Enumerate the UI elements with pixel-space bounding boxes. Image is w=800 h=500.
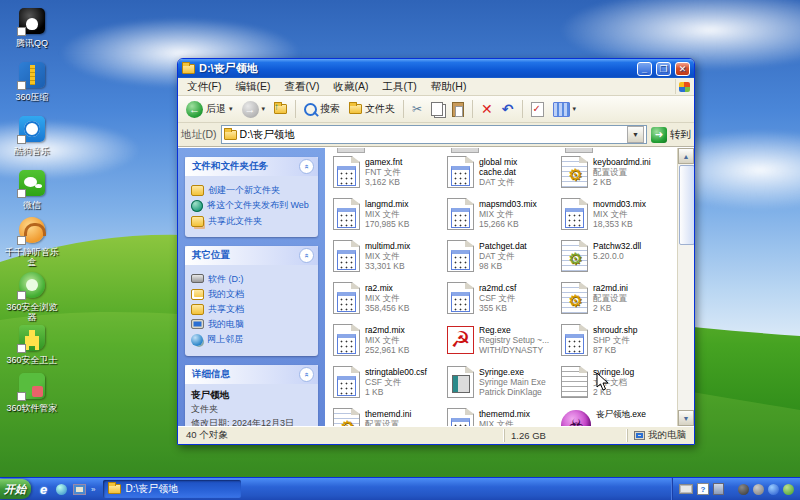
forward-dropdown-icon[interactable]: ▾ <box>262 105 266 113</box>
360-tray-icon[interactable] <box>783 484 794 495</box>
desktop-shortcut[interactable]: 酷狗音乐 <box>3 116 61 156</box>
tray-icon[interactable] <box>768 484 779 495</box>
undo-button[interactable]: ↶ <box>499 101 517 117</box>
task-link[interactable]: 将这个文件夹发布到 Web <box>191 199 314 212</box>
views-button[interactable]: ▾ <box>550 101 580 118</box>
search-button[interactable]: 搜索 <box>301 101 343 117</box>
tray-icon[interactable] <box>738 484 749 495</box>
title-bar[interactable]: D:\丧尸领地 _ ❐ ✕ <box>178 59 694 78</box>
maximize-button[interactable]: ❐ <box>656 62 671 76</box>
up-button[interactable]: ↑ <box>271 103 290 115</box>
file-tile[interactable]: ra2md.mix MIX 文件 252,961 KB <box>333 324 443 357</box>
file-tile[interactable]: gamex.fnt FNT 文件 3,162 KB <box>333 156 443 189</box>
file-tile[interactable]: thememd.mix MIX 文件 366,632 KB <box>447 408 557 426</box>
file-tile[interactable]: Patchget.dat DAT 文件 98 KB <box>447 240 557 273</box>
file-tile[interactable]: ra2.mix MIX 文件 358,456 KB <box>333 282 443 315</box>
delete-button[interactable]: ✕ <box>478 101 496 117</box>
collapse-chevron-icon[interactable]: » <box>299 367 314 382</box>
file-tile[interactable]: syringe.log 文本文档 2 KB <box>561 366 665 399</box>
vertical-scrollbar[interactable]: ▲ ▼ <box>677 148 694 426</box>
file-tile[interactable]: thememd.ini 配置设置 5 KB <box>333 408 443 426</box>
ie-quicklaunch-icon[interactable]: e <box>37 483 50 496</box>
file-tile[interactable]: multimd.mix MIX 文件 33,301 KB <box>333 240 443 273</box>
menu-item[interactable]: 帮助(H) <box>424 79 474 95</box>
quicklaunch-overflow-chevron[interactable]: » <box>91 485 95 494</box>
forward-button[interactable]: → ▾ <box>239 100 269 119</box>
desktop-shortcut[interactable]: 360安全浏览器 <box>3 272 61 323</box>
checklist-button[interactable] <box>528 101 547 118</box>
desktop-shortcut[interactable]: 千千静听音乐盒 <box>3 217 61 268</box>
menu-item[interactable]: 查看(V) <box>277 79 326 95</box>
file-tile[interactable]: stringtable00.csf CSF 文件 1 KB <box>333 366 443 399</box>
start-button[interactable]: 开始 <box>0 479 31 499</box>
place-link[interactable]: 我的文档 <box>191 288 314 300</box>
details-section-header[interactable]: 详细信息 » <box>185 365 318 384</box>
tray-icon[interactable] <box>753 484 764 495</box>
scroll-down-button[interactable]: ▼ <box>678 410 694 426</box>
place-link[interactable]: 网上邻居 <box>191 333 314 346</box>
task-link[interactable]: 创建一个新文件夹 <box>191 184 314 196</box>
tray-icon[interactable] <box>713 483 724 495</box>
input-method-tray-icon[interactable] <box>679 484 693 494</box>
help-tray-icon[interactable]: ? <box>697 483 709 495</box>
place-link[interactable]: 我的电脑 <box>191 318 314 330</box>
file-list[interactable]: gamex.fnt FNT 文件 3,162 KB langmd.mix MIX… <box>325 148 694 426</box>
file-type: 配置设置 <box>365 419 411 426</box>
file-tile[interactable]: ra2md.csf CSF 文件 355 KB <box>447 282 557 315</box>
back-dropdown-icon[interactable]: ▾ <box>229 105 233 113</box>
file-tile[interactable]: ra2md.ini 配置设置 2 KB <box>561 282 665 315</box>
desktop-shortcut[interactable]: 腾讯QQ <box>3 8 61 48</box>
back-button[interactable]: ← 后退 ▾ <box>183 100 236 119</box>
file-size: 98 KB <box>479 261 527 271</box>
menu-item[interactable]: 收藏(A) <box>326 79 375 95</box>
address-bar: 地址(D) D:\丧尸领地 ▼ ➜ 转到 <box>178 123 694 147</box>
file-tile[interactable]: keyboardmd.ini 配置设置 2 KB <box>561 156 665 189</box>
desktop-shortcut[interactable]: 360压缩 <box>3 62 61 102</box>
details-section-body: 丧尸领地 文件夹 修改日期: 2024年12月3日 今天, 18:43 <box>185 384 318 426</box>
place-link[interactable]: 软件 (D:) <box>191 273 314 285</box>
close-button[interactable]: ✕ <box>675 62 690 76</box>
my-computer-icon <box>634 431 645 440</box>
task-link[interactable]: 共享此文件夹 <box>191 215 314 227</box>
collapse-chevron-icon[interactable]: » <box>299 248 314 263</box>
file-tile[interactable]: movmd03.mix MIX 文件 18,353 KB <box>561 198 665 231</box>
paste-button[interactable] <box>449 101 467 118</box>
address-input[interactable]: D:\丧尸领地 ▼ <box>221 125 647 144</box>
places-section-header[interactable]: 其它位置 » <box>185 246 318 265</box>
cut-button[interactable]: ✂ <box>409 102 425 116</box>
file-tile[interactable]: langmd.mix MIX 文件 170,985 KB <box>333 198 443 231</box>
tasks-section-title: 文件和文件夹任务 <box>192 160 268 173</box>
place-link[interactable]: 共享文档 <box>191 303 314 315</box>
file-tile[interactable]: Reg.exe Registry Setup ~... WITH/DYNASTY <box>447 324 557 357</box>
menu-item[interactable]: 编辑(E) <box>228 79 277 95</box>
taskbar-task-button[interactable]: D:\丧尸领地 <box>103 480 241 498</box>
show-desktop-icon[interactable] <box>73 483 86 496</box>
log-file-icon <box>561 366 588 398</box>
collapse-chevron-icon[interactable]: » <box>299 159 314 174</box>
desktop-shortcut[interactable]: 360软件管家 <box>3 373 61 413</box>
place-link-label: 共享文档 <box>208 303 244 315</box>
file-tile[interactable]: mapsmd03.mix MIX 文件 15,266 KB <box>447 198 557 231</box>
file-name: langmd.mix <box>365 199 409 209</box>
file-tile[interactable]: 丧尸领地.exe <box>561 408 665 426</box>
go-button[interactable]: ➜ 转到 <box>651 127 691 143</box>
folders-button[interactable]: 文件夹 <box>346 101 398 117</box>
file-tile[interactable]: Syringe.exe Syringe Main Exe Patrick Din… <box>447 366 557 399</box>
desktop-shortcut[interactable]: 360安全卫士 <box>3 325 61 365</box>
copy-button[interactable] <box>428 101 446 117</box>
tasks-section-header[interactable]: 文件和文件夹任务 » <box>185 157 318 176</box>
messenger-quicklaunch-icon[interactable] <box>55 483 68 496</box>
address-dropdown-button[interactable]: ▼ <box>627 126 644 143</box>
desktop-shortcut-label: 腾讯QQ <box>3 38 61 48</box>
scroll-thumb[interactable] <box>679 165 694 245</box>
file-tile[interactable]: global mix cache.dat DAT 文件 <box>447 156 557 189</box>
file-tile[interactable]: Patchw32.dll 5.20.0.0 <box>561 240 665 273</box>
menu-item[interactable]: 文件(F) <box>180 79 228 95</box>
menu-item[interactable]: 工具(T) <box>375 79 423 95</box>
address-folder-icon <box>224 130 237 140</box>
minimize-button[interactable]: _ <box>637 62 652 76</box>
scroll-up-button[interactable]: ▲ <box>678 148 694 164</box>
network-places-icon <box>191 334 203 346</box>
file-tile[interactable]: shroudr.shp SHP 文件 87 KB <box>561 324 665 357</box>
desktop-shortcut[interactable]: 微信 <box>3 170 61 210</box>
